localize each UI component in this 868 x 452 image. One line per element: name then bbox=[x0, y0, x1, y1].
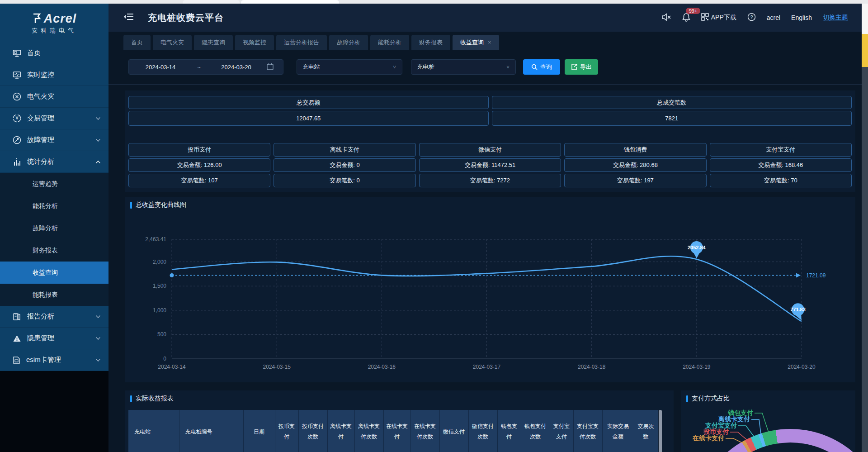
table-column-header: 充电桩编号 bbox=[179, 410, 243, 452]
sim-card-icon bbox=[13, 356, 20, 364]
income-report-table[interactable]: 充电站充电桩编号日期投币支付投币支付次数离线卡支付离线卡支付次数在线卡支付在线卡… bbox=[128, 410, 658, 452]
svg-text:2024-03-17: 2024-03-17 bbox=[473, 364, 501, 370]
notifications-bell-icon[interactable]: 99+ bbox=[682, 13, 690, 23]
table-column-header: 日期 bbox=[243, 410, 275, 452]
svg-text:2,000: 2,000 bbox=[153, 259, 166, 265]
station-select[interactable]: 充电站 ∨ bbox=[297, 59, 402, 75]
svg-text:¥: ¥ bbox=[15, 116, 19, 121]
sidebar-subitem[interactable]: 故障分析 bbox=[0, 217, 108, 239]
tab-close-icon[interactable]: × bbox=[488, 39, 491, 46]
help-icon[interactable]: ? bbox=[747, 13, 756, 23]
divider bbox=[108, 84, 862, 85]
sidebar-item-label: 实时监控 bbox=[27, 71, 100, 79]
app-download-label: APP下载 bbox=[711, 14, 736, 22]
chevron-up-icon bbox=[96, 161, 100, 165]
scrollbar-thumb[interactable] bbox=[862, 34, 868, 67]
date-range-picker[interactable]: 2024-03-14 ~ 2024-03-20 bbox=[128, 59, 283, 75]
app-download-link[interactable]: APP下载 bbox=[701, 13, 736, 22]
sidebar-item-label: 统计分析 bbox=[27, 157, 90, 166]
app-qr-icon bbox=[701, 13, 709, 22]
sidebar-item-0[interactable]: 首页 bbox=[0, 43, 108, 64]
income-table-title: 实际收益报表 bbox=[136, 395, 174, 403]
sidebar-item-7[interactable]: 隐患管理 bbox=[0, 328, 108, 349]
calendar-icon bbox=[267, 63, 274, 71]
sidebar-item-3[interactable]: ¥交易管理 bbox=[0, 108, 108, 129]
tab-label: 首页 bbox=[131, 38, 143, 47]
tab-2[interactable]: 隐患查询 bbox=[194, 35, 233, 50]
tab-8[interactable]: 收益查询× bbox=[453, 35, 499, 50]
stats-icon bbox=[13, 158, 21, 166]
notification-count-badge: 99+ bbox=[686, 8, 701, 14]
payment-card-count: 交易笔数: 197 bbox=[564, 174, 706, 187]
svg-text:2024-03-20: 2024-03-20 bbox=[788, 364, 816, 370]
tab-4[interactable]: 运营分析报告 bbox=[276, 35, 327, 50]
start-date-value[interactable]: 2024-03-14 bbox=[129, 64, 192, 71]
tab-5[interactable]: 故障分析 bbox=[329, 35, 368, 50]
section-accent-bar bbox=[686, 395, 688, 402]
sidebar-subitem[interactable]: 能耗报表 bbox=[0, 284, 108, 306]
sidebar-submenu: 运营趋势能耗分析故障分析财务报表收益查询能耗报表 bbox=[0, 173, 108, 306]
table-column-header: 实际交易金额 bbox=[602, 410, 634, 452]
sidebar-item-label: 电气火灾 bbox=[27, 92, 100, 101]
svg-text:2024-03-15: 2024-03-15 bbox=[263, 364, 291, 370]
window-scrollbar[interactable] bbox=[862, 4, 868, 452]
payment-card-title: 投币支付 bbox=[128, 143, 270, 157]
sidebar-item-5[interactable]: 统计分析 bbox=[0, 151, 108, 173]
payment-card-count: 交易笔数: 7272 bbox=[419, 174, 561, 187]
table-column-header: 微信支付次数 bbox=[468, 410, 497, 452]
sidebar-item-4[interactable]: 故障管理 bbox=[0, 129, 108, 151]
tab-0[interactable]: 首页 bbox=[123, 35, 151, 50]
sidebar-subitem[interactable]: 财务报表 bbox=[0, 239, 108, 262]
acrel-flag-icon bbox=[32, 13, 42, 26]
transaction-icon: ¥ bbox=[13, 114, 21, 123]
mute-icon[interactable] bbox=[661, 13, 671, 23]
sidebar-item-label: 交易管理 bbox=[27, 114, 90, 123]
sidebar-item-8[interactable]: esim卡管理 bbox=[0, 349, 108, 371]
sidebar-subitem[interactable]: 运营趋势 bbox=[0, 173, 108, 195]
sidebar-item-6[interactable]: 报告分析 bbox=[0, 306, 108, 328]
tab-label: 运营分析报告 bbox=[284, 38, 319, 47]
tab-1[interactable]: 电气火灾 bbox=[153, 35, 192, 50]
tab-label: 能耗分析 bbox=[378, 38, 401, 47]
pile-select-value: 充电桩 bbox=[417, 63, 434, 71]
tab-6[interactable]: 能耗分析 bbox=[370, 35, 409, 50]
payment-share-title: 支付方式占比 bbox=[692, 395, 730, 403]
payment-card-title: 钱包消费 bbox=[564, 143, 706, 157]
summary-card-value: 12047.65 bbox=[128, 111, 489, 126]
sidebar-subitem[interactable]: 能耗分析 bbox=[0, 195, 108, 217]
sidebar-item-1[interactable]: 实时监控 bbox=[0, 64, 108, 86]
electric-fire-icon bbox=[13, 92, 21, 101]
export-button[interactable]: 导出 bbox=[565, 59, 598, 75]
tab-label: 收益查询 bbox=[460, 38, 484, 47]
tab-7[interactable]: 财务报表 bbox=[411, 35, 450, 50]
theme-switch-link[interactable]: 切换主题 bbox=[823, 14, 848, 22]
collapse-sidebar-icon[interactable] bbox=[123, 12, 134, 23]
sidebar-item-2[interactable]: 电气火灾 bbox=[0, 86, 108, 108]
browser-chrome-strip bbox=[0, 0, 868, 4]
summary-card-label: 总交易额 bbox=[128, 96, 489, 109]
sidebar-subitem[interactable]: 收益查询 bbox=[0, 262, 108, 284]
language-switch[interactable]: English bbox=[791, 14, 812, 21]
table-scrollbar-thumb[interactable] bbox=[659, 410, 662, 452]
tab-3[interactable]: 视频监控 bbox=[235, 35, 274, 50]
pile-select[interactable]: 充电桩 ∨ bbox=[411, 59, 516, 75]
end-date-value[interactable]: 2024-03-20 bbox=[206, 64, 267, 71]
search-button[interactable]: 查询 bbox=[523, 59, 560, 75]
table-column-header: 支付宝支付 bbox=[550, 410, 573, 452]
income-report-panel: 实际收益报表 充电站充电桩编号日期投币支付投币支付次数离线卡支付离线卡支付次数在… bbox=[125, 390, 674, 452]
main-area: 充电桩收费云平台 99+ APP下载 ? acrel English 切换主题 bbox=[108, 4, 862, 452]
payment-card-amount: 交易金额: 11472.51 bbox=[419, 158, 561, 172]
report-icon bbox=[13, 313, 21, 321]
scrollbar-top-gap bbox=[862, 4, 868, 34]
payment-card-count: 交易笔数: 70 bbox=[710, 174, 852, 187]
brand-subtitle: 安科瑞电气 bbox=[32, 27, 77, 35]
sidebar-item-label: 报告分析 bbox=[27, 312, 90, 321]
table-column-header: 支付宝支付次数 bbox=[573, 410, 602, 452]
username[interactable]: acrel bbox=[767, 14, 780, 21]
svg-text:2024-03-18: 2024-03-18 bbox=[578, 364, 606, 370]
payment-cards: 投币支付离线卡支付微信支付钱包消费支付宝支付交易金额: 126.00交易金额: … bbox=[128, 143, 852, 187]
pie-label-0: 在线卡支付 bbox=[693, 434, 724, 442]
revenue-line-chart[interactable]: 05001,0001,5002,0002,463.412024-03-14202… bbox=[125, 197, 855, 382]
payment-card-amount: 交易金额: 126.00 bbox=[128, 158, 270, 172]
sidebar-item-label: 隐患管理 bbox=[27, 334, 90, 343]
